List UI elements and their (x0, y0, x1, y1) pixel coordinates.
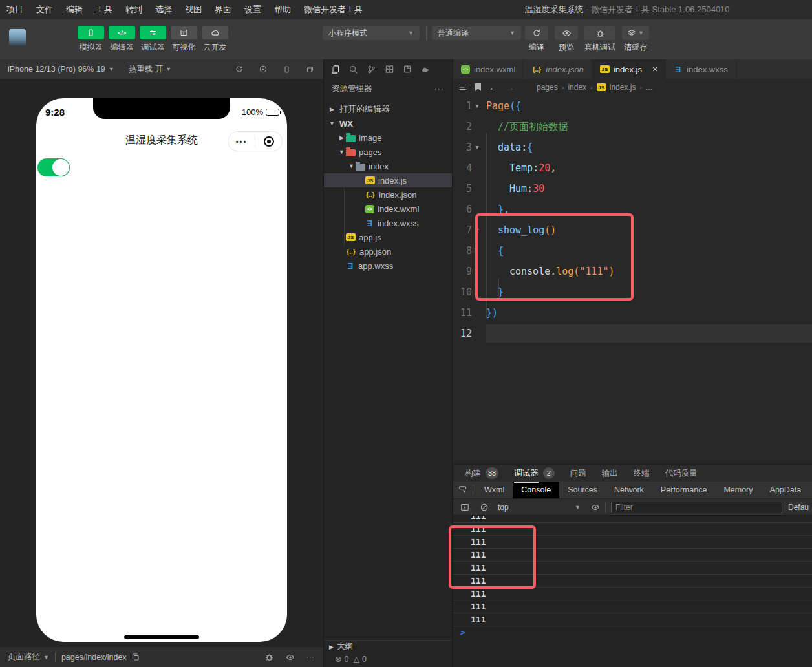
phone-small-icon[interactable] (283, 65, 291, 74)
menu-item[interactable]: 文件 (30, 0, 59, 19)
file-doc-icon[interactable] (403, 65, 412, 74)
breadcrumb-item[interactable]: pages (537, 83, 558, 92)
breadcrumb-item[interactable]: JSindex.js (597, 83, 636, 92)
menu-item[interactable]: 视图 (178, 0, 208, 19)
console-log-row: 111 (453, 536, 812, 549)
panel-tab-调试器[interactable]: 调试器 2 (514, 467, 555, 479)
panel-tab-终端[interactable]: 终端 (634, 468, 650, 479)
menu-item[interactable]: 工具 (89, 0, 119, 19)
action-button-清缓存[interactable]: ▼ 清缓存 (622, 26, 649, 53)
record-icon[interactable] (259, 65, 268, 74)
menu-item[interactable]: 转到 (119, 0, 149, 19)
code-editor[interactable]: 1 ▼ Page({ 2 //页面初始数据 3 ▼ data:{ 4 Temp:… (453, 96, 812, 344)
devtools-tab-Console[interactable]: Console (513, 482, 559, 499)
devtools-tab-Memory[interactable]: Memory (715, 482, 761, 499)
mode-select[interactable]: 小程序模式 ▼ (323, 26, 420, 40)
search-icon[interactable] (348, 65, 358, 74)
copy-icon[interactable] (131, 653, 140, 661)
tree-item-app.json[interactable]: {..} app.json (324, 244, 452, 259)
multi-window-icon[interactable] (306, 65, 314, 74)
tree-item-index.json[interactable]: {..} index.json (324, 187, 452, 202)
avatar[interactable] (9, 29, 26, 46)
problems-status[interactable]: ⊗ 0 △ 0 (324, 654, 452, 664)
nav-forward-icon[interactable]: → (506, 82, 515, 92)
miniapp-capsule[interactable]: ••• (228, 131, 283, 151)
menu-item[interactable]: 选择 (149, 0, 178, 19)
tree-item-index.wxss[interactable]: E index.wxss (324, 216, 452, 230)
devtools-tab-Network[interactable]: Network (606, 482, 652, 499)
eye-icon[interactable] (591, 503, 600, 512)
console-context-select[interactable]: top ▼ (498, 503, 581, 512)
tab-index.js[interactable]: JSindex.js × (592, 59, 666, 79)
tab-index.wxss[interactable]: Eindex.wxss (666, 59, 736, 79)
menu-item[interactable]: 界面 (208, 0, 238, 19)
menu-item[interactable]: 项目 (0, 0, 30, 19)
code-line-12: 12 (453, 323, 812, 344)
devtools-tab-AppData[interactable]: AppData (762, 482, 810, 499)
tree-item-打开的编辑器[interactable]: ▶ 打开的编辑器 (324, 102, 452, 116)
exit-target-icon[interactable] (255, 136, 282, 147)
extensions-icon[interactable] (385, 65, 394, 74)
tree-item-app.wxss[interactable]: E app.wxss (324, 259, 452, 273)
source-control-icon[interactable] (367, 65, 376, 74)
devtools-tab-Performance[interactable]: Performance (652, 482, 716, 499)
panel-tab-构建[interactable]: 构建 38 (465, 467, 498, 479)
tab-index.json[interactable]: {..}index.json (524, 59, 592, 79)
mode-button-调试器[interactable]: 调试器 (140, 26, 166, 53)
mode-button-云开发[interactable]: 云开发 (202, 26, 228, 53)
panel-tab-输出[interactable]: 输出 (602, 468, 618, 479)
compile-select[interactable]: 普通编译 ▼ (432, 26, 521, 40)
mode-button-模拟器[interactable]: 模拟器 (78, 26, 104, 53)
bookmark-icon[interactable] (475, 83, 481, 91)
outline-section[interactable]: ▶ 大纲 (324, 640, 452, 653)
breadcrumb-item[interactable]: ... (646, 83, 652, 92)
panel-tab-问题[interactable]: 问题 (570, 468, 586, 479)
devtools-tab-Wxml[interactable]: Wxml (476, 482, 513, 499)
fold-chevron-icon[interactable]: ▼ (472, 227, 482, 233)
teapot-icon[interactable] (420, 65, 430, 74)
devtools-tab-Sources[interactable]: Sources (559, 482, 606, 499)
inspect-element-icon[interactable] (458, 485, 467, 494)
files-icon[interactable] (330, 65, 340, 74)
page-path-select[interactable]: 页面路径 ▼ (8, 651, 49, 662)
more-icon[interactable]: ··· (306, 652, 315, 662)
device-select[interactable]: iPhone 12/13 (Pro) 96% 19 ▼ (8, 65, 114, 74)
nav-back-icon[interactable]: ← (489, 82, 498, 92)
tree-item-index[interactable]: ▼ index (324, 159, 452, 173)
action-button-预览[interactable]: 预览 (555, 26, 578, 53)
devtools-tab-Stor[interactable]: Stor (809, 482, 812, 499)
menu-item[interactable]: 编辑 (59, 0, 89, 19)
tab-index.wxml[interactable]: <>index.wxml (453, 59, 524, 79)
menu-item[interactable]: 帮助 (268, 0, 297, 19)
log-levels-select[interactable]: Defau (788, 503, 809, 512)
console-filter-input[interactable] (611, 502, 782, 513)
more-icon[interactable]: ··· (434, 84, 445, 93)
panel-tab-代码质量[interactable]: 代码质量 (665, 468, 698, 479)
rotate-icon[interactable] (235, 65, 244, 74)
tree-item-app.js[interactable]: JS app.js (324, 230, 452, 244)
action-button-编译[interactable]: 编译 (525, 26, 548, 53)
tree-item-pages[interactable]: ▼ pages (324, 145, 452, 159)
menu-item[interactable]: 微信开发者工具 (297, 0, 369, 19)
tree-item-index.js[interactable]: JS index.js (324, 173, 452, 187)
tree-item-index.wxml[interactable]: <> index.wxml (324, 202, 452, 216)
tree-item-WX[interactable]: ▼ WX (324, 116, 452, 131)
hot-reload-toggle[interactable]: 热重载 开 ▼ (129, 64, 171, 75)
console-sidebar-icon[interactable] (460, 503, 469, 512)
close-icon[interactable]: × (652, 64, 657, 74)
action-button-真机调试[interactable]: 真机调试 (584, 26, 615, 53)
miniapp-toggle-switch[interactable] (37, 158, 70, 176)
more-dots-icon[interactable]: ••• (228, 138, 255, 145)
clear-console-icon[interactable] (480, 503, 489, 512)
mode-button-编辑器[interactable]: </> 编辑器 (109, 26, 135, 53)
outline-list-icon[interactable] (458, 83, 467, 92)
console-prompt[interactable]: > (453, 626, 812, 639)
mode-button-可视化[interactable]: 可视化 (171, 26, 197, 53)
tree-item-image[interactable]: ▶ image (324, 131, 452, 145)
fold-chevron-icon[interactable]: ▼ (472, 144, 482, 151)
breadcrumb-item[interactable]: index (568, 83, 586, 92)
menu-item[interactable]: 设置 (238, 0, 268, 19)
bug-icon[interactable] (264, 652, 274, 662)
fold-chevron-icon[interactable]: ▼ (472, 103, 482, 109)
eye-icon[interactable] (286, 652, 295, 662)
